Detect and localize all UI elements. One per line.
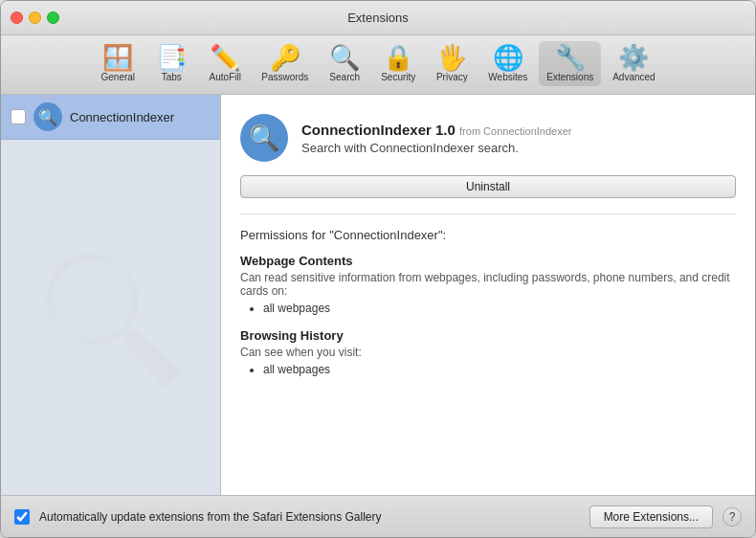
window-title: Extensions bbox=[347, 11, 409, 25]
permission-section-webpage: Webpage Contents Can read sensitive info… bbox=[240, 254, 736, 315]
permission-desc-webpage: Can read sensitive information from webp… bbox=[240, 271, 736, 298]
permissions-heading: Permissions for "ConnectionIndexer": bbox=[240, 228, 736, 242]
tab-autofill[interactable]: ✏️ AutoFill bbox=[200, 41, 250, 86]
search-icon: 🔍 bbox=[329, 45, 360, 70]
passwords-icon: 🔑 bbox=[270, 45, 300, 70]
passwords-label: Passwords bbox=[261, 72, 308, 82]
tab-websites[interactable]: 🌐 Websites bbox=[480, 41, 535, 86]
tab-extensions[interactable]: 🔧 Extensions bbox=[539, 41, 601, 86]
minimize-button[interactable] bbox=[29, 11, 41, 24]
detail-title-name: ConnectionIndexer 1.0 bbox=[301, 122, 456, 138]
detail-subtitle: Search with ConnectionIndexer search. bbox=[301, 141, 571, 155]
extensions-icon: 🔧 bbox=[555, 45, 586, 70]
detail-panel: 🔍 ConnectionIndexer 1.0 from ConnectionI… bbox=[221, 95, 755, 495]
security-icon: 🔒 bbox=[383, 45, 413, 70]
tab-tabs[interactable]: 📑 Tabs bbox=[146, 41, 196, 86]
main-content: 🔍 ConnectionIndexer 🔍 🔍 ConnectionIndexe… bbox=[1, 95, 755, 495]
websites-icon: 🌐 bbox=[493, 45, 523, 70]
permission-list-history: all webpages bbox=[263, 363, 736, 376]
uninstall-button[interactable]: Uninstall bbox=[240, 175, 736, 198]
detail-title: ConnectionIndexer 1.0 from ConnectionInd… bbox=[301, 122, 571, 138]
sidebar-item-connectionindexer[interactable]: 🔍 ConnectionIndexer bbox=[1, 95, 220, 140]
tabs-icon: 📑 bbox=[156, 45, 187, 70]
window-controls bbox=[11, 11, 59, 24]
main-window: Extensions 🪟 General 📑 Tabs ✏️ AutoFill … bbox=[0, 0, 756, 538]
privacy-label: Privacy bbox=[436, 72, 468, 82]
auto-update-checkbox[interactable] bbox=[14, 509, 30, 525]
permission-heading-webpage: Webpage Contents bbox=[240, 254, 736, 268]
extension-sidebar-icon: 🔍 bbox=[33, 102, 62, 131]
tab-privacy[interactable]: 🖐 Privacy bbox=[427, 41, 477, 86]
title-bar: Extensions bbox=[1, 1, 755, 35]
advanced-label: Advanced bbox=[612, 72, 655, 82]
permission-desc-history: Can see when you visit: bbox=[240, 346, 736, 359]
extensions-label: Extensions bbox=[546, 72, 593, 82]
permission-section-history: Browsing History Can see when you visit:… bbox=[240, 328, 736, 376]
tab-advanced[interactable]: ⚙️ Advanced bbox=[605, 41, 662, 86]
toolbar: 🪟 General 📑 Tabs ✏️ AutoFill 🔑 Passwords… bbox=[1, 35, 755, 95]
extension-checkbox[interactable] bbox=[11, 109, 26, 124]
permission-list-webpage: all webpages bbox=[263, 302, 736, 315]
detail-header: 🔍 ConnectionIndexer 1.0 from ConnectionI… bbox=[240, 114, 736, 162]
sidebar: 🔍 ConnectionIndexer 🔍 bbox=[1, 95, 221, 495]
list-item: all webpages bbox=[263, 302, 736, 315]
close-button[interactable] bbox=[11, 11, 23, 24]
security-label: Security bbox=[381, 72, 415, 82]
advanced-icon: ⚙️ bbox=[618, 45, 649, 70]
permission-heading-history: Browsing History bbox=[240, 328, 736, 343]
autofill-icon: ✏️ bbox=[210, 45, 240, 70]
privacy-icon: 🖐 bbox=[436, 45, 467, 70]
autofill-label: AutoFill bbox=[210, 72, 241, 82]
websites-label: Websites bbox=[488, 72, 527, 82]
detail-extension-icon: 🔍 bbox=[240, 114, 288, 162]
tab-search[interactable]: 🔍 Search bbox=[320, 41, 369, 86]
help-button[interactable]: ? bbox=[723, 507, 742, 527]
extension-name: ConnectionIndexer bbox=[70, 110, 174, 124]
more-extensions-button[interactable]: More Extensions... bbox=[589, 505, 713, 528]
general-label: General bbox=[101, 72, 136, 82]
divider bbox=[240, 213, 736, 214]
search-label: Search bbox=[329, 72, 360, 82]
tab-passwords[interactable]: 🔑 Passwords bbox=[254, 41, 316, 86]
tabs-label: Tabs bbox=[162, 72, 182, 82]
detail-title-source: from ConnectionIndexer bbox=[459, 125, 571, 137]
detail-title-block: ConnectionIndexer 1.0 from ConnectionInd… bbox=[301, 122, 571, 155]
tab-general[interactable]: 🪟 General bbox=[93, 41, 143, 86]
bottom-bar: Automatically update extensions from the… bbox=[1, 495, 755, 537]
tab-security[interactable]: 🔒 Security bbox=[373, 41, 423, 86]
sidebar-watermark: 🔍 bbox=[1, 140, 220, 495]
auto-update-label: Automatically update extensions from the… bbox=[39, 510, 580, 524]
maximize-button[interactable] bbox=[47, 11, 59, 24]
general-icon: 🪟 bbox=[102, 45, 133, 70]
list-item: all webpages bbox=[263, 363, 736, 376]
